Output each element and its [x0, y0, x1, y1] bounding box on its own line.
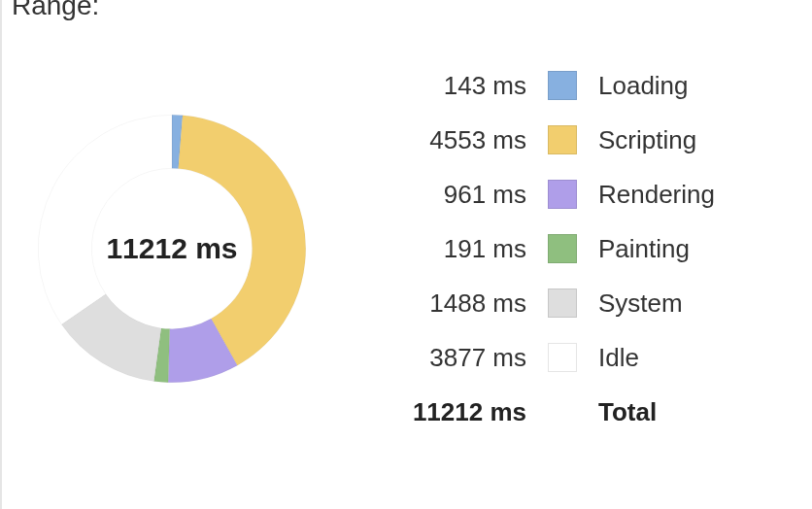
legend-swatch-scripting [548, 125, 577, 154]
legend-value: 1488 ms [371, 288, 526, 319]
donut-slice-idle [38, 115, 172, 324]
legend-label: Idle [598, 343, 639, 373]
legend-value: 4553 ms [371, 125, 526, 155]
legend-swatch-system [548, 288, 577, 318]
legend-value: 143 ms [371, 71, 526, 101]
legend-value: 3877 ms [371, 343, 526, 373]
legend-swatch-rendering [548, 180, 577, 209]
legend-swatch-loading [548, 71, 577, 100]
summary-panel: 11212 ms 143 ms Loading 4553 ms Scriptin… [2, 0, 812, 478]
legend-swatch-idle [548, 343, 577, 372]
legend-label: Painting [598, 234, 690, 264]
donut-center-total: 11212 ms [106, 232, 237, 265]
legend-row-scripting: 4553 ms Scripting [371, 113, 715, 167]
legend-total-value: 11212 ms [371, 397, 526, 427]
legend-label: Scripting [598, 125, 696, 155]
legend-row-system: 1488 ms System [371, 276, 715, 330]
legend: 143 ms Loading 4553 ms Scripting 961 ms … [371, 58, 715, 439]
legend-row-total: 11212 ms Total [371, 385, 715, 439]
legend-row-rendering: 961 ms Rendering [371, 167, 715, 221]
donut-chart: 11212 ms [31, 108, 313, 390]
legend-swatch-painting [548, 234, 577, 263]
legend-value: 191 ms [371, 234, 526, 264]
legend-total-label: Total [598, 397, 657, 427]
legend-label: Loading [598, 71, 689, 101]
legend-row-idle: 3877 ms Idle [371, 330, 715, 385]
legend-value: 961 ms [371, 180, 526, 210]
legend-swatch-spacer [548, 397, 577, 426]
legend-row-loading: 143 ms Loading [371, 58, 715, 113]
legend-row-painting: 191 ms Painting [371, 221, 715, 276]
legend-label: System [598, 288, 683, 319]
range-header: Range: [12, 0, 99, 21]
legend-label: Rendering [598, 180, 715, 210]
